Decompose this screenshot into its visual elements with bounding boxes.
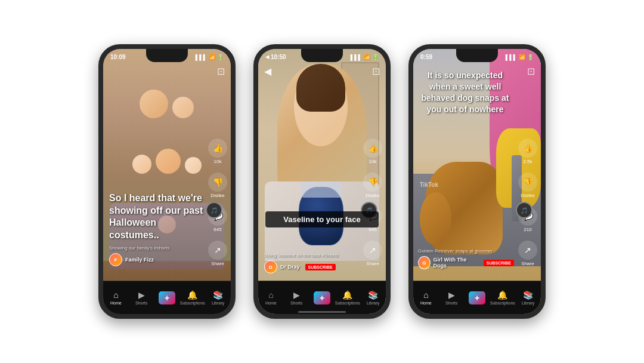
- phone-2-screen: ◀ 10:50 ▌▌▌ 📶 🔋 ◀ ⊡: [258, 49, 386, 314]
- nav3-home[interactable]: ⌂ Home: [413, 290, 439, 305]
- nav-shorts[interactable]: ▶ Shorts: [129, 290, 154, 305]
- library-label: Library: [212, 301, 224, 305]
- like-action-2[interactable]: 👍 10k: [363, 139, 382, 164]
- camera-icon-2[interactable]: ⊡: [372, 66, 380, 77]
- phone-3-channel-avatar: G: [418, 256, 431, 269]
- add-icon-3[interactable]: +: [469, 291, 485, 304]
- phone-3-side-actions: 👍 2.5k 👎 Dislike 💬 210 ↗: [518, 139, 537, 266]
- dislike-icon-2[interactable]: 👎: [363, 173, 382, 192]
- phone-2-bottom-nav: ⌂ Home ▶ Shorts + 🔔 Subscriptions: [258, 281, 386, 314]
- phone-3-time: 0:59: [420, 54, 432, 60]
- phone-3-screen: 0:59 ▌▌▌ 📶 🔋 ⊡ It is so unexpected when …: [413, 49, 541, 314]
- nav-library[interactable]: 📚 Library: [205, 290, 231, 305]
- nav3-library[interactable]: 📚 Library: [515, 290, 541, 305]
- nav2-library[interactable]: 📚 Library: [360, 290, 386, 305]
- dog-bottom-caption: Golden Retriever snaps at groomer G Girl…: [418, 248, 514, 269]
- subscriptions-icon-3: 🔔: [497, 290, 507, 300]
- phone-1-status-icons: ▌▌▌ 📶 🔋: [196, 54, 224, 60]
- add-icon[interactable]: +: [159, 291, 175, 304]
- camera-icon-3[interactable]: ⊡: [527, 66, 535, 77]
- dog-main-text: It is so unexpected when a sweet well be…: [419, 70, 511, 115]
- phone-2-wrapper: ◀ 10:50 ▌▌▌ 📶 🔋 ◀ ⊡: [253, 44, 391, 319]
- nav2-home[interactable]: ⌂ Home: [258, 290, 284, 305]
- phone-2-bg: ◀ 10:50 ▌▌▌ 📶 🔋 ◀ ⊡: [258, 49, 386, 314]
- subscribe-badge[interactable]: SUBSCRIBE: [305, 264, 336, 270]
- like-icon-2[interactable]: 👍: [363, 139, 382, 158]
- nav-home[interactable]: ⌂ Home: [103, 290, 129, 305]
- subscriptions-label-2: Subscriptions: [335, 301, 360, 305]
- comment-count-2: 645: [369, 227, 376, 232]
- home-label-2: Home: [265, 301, 277, 305]
- comment-count: 645: [213, 227, 221, 232]
- like-count-3: 2.5k: [523, 159, 532, 164]
- nav-subscriptions[interactable]: 🔔 Subscriptions: [179, 290, 205, 305]
- phone-1-channel-avatar: F: [109, 253, 122, 266]
- vaseline-caption-text: Vaseline to your face: [271, 215, 373, 224]
- share-icon[interactable]: ↗: [208, 241, 227, 260]
- like-action[interactable]: 👍 10k: [208, 139, 227, 164]
- like-icon-3[interactable]: 👍: [518, 139, 537, 158]
- phone-3: 0:59 ▌▌▌ 📶 🔋 ⊡ It is so unexpected when …: [408, 44, 546, 319]
- share-label-3: Share: [521, 261, 534, 266]
- share-action-2[interactable]: ↗ Share: [363, 241, 382, 266]
- nav2-subscriptions[interactable]: 🔔 Subscriptions: [335, 290, 360, 305]
- phone-1-overlay: So I heard that we're showing off our pa…: [109, 192, 204, 266]
- home-icon-2: ⌂: [268, 290, 273, 300]
- dislike-icon[interactable]: 👎: [208, 173, 227, 192]
- phone-2-side-actions: 👍 10k 👎 Dislike 💬 645 ↗: [363, 139, 382, 266]
- back-arrow-icon[interactable]: ◀: [264, 66, 271, 77]
- camera-icon[interactable]: ⊡: [217, 66, 225, 77]
- library-icon-2: 📚: [368, 290, 378, 300]
- subscriptions-icon: 🔔: [187, 290, 197, 300]
- phone-1-bottom-nav: ⌂ Home ▶ Shorts + 🔔 Subscriptions: [103, 281, 231, 314]
- phone-3-channel-name: Girl With The Dogs: [434, 257, 478, 269]
- nav3-subscriptions[interactable]: 🔔 Subscriptions: [490, 290, 515, 305]
- share-label: Share: [211, 261, 224, 266]
- home-icon-3: ⌂: [423, 290, 428, 300]
- nav3-add[interactable]: +: [465, 291, 490, 304]
- phone-1-screen: 10:09 ▌▌▌ 📶 🔋 ⊡ 👍 10k: [103, 49, 231, 314]
- dislike-icon-3[interactable]: 👎: [518, 173, 537, 192]
- subscribe-badge-3[interactable]: SUBSCRIBE: [484, 260, 514, 266]
- shorts-label-2: Shorts: [290, 301, 302, 305]
- phone-3-status-bar: 0:59 ▌▌▌ 📶 🔋: [420, 54, 534, 60]
- phone-3-bg: 0:59 ▌▌▌ 📶 🔋 ⊡ It is so unexpected when …: [413, 49, 541, 314]
- dislike-action-2[interactable]: 👎 Dislike: [363, 173, 382, 198]
- shorts-icon-2: ▶: [293, 290, 300, 300]
- dog-text-overlay: It is so unexpected when a sweet well be…: [419, 70, 511, 115]
- share-action[interactable]: ↗ Share: [208, 241, 227, 266]
- add-icon-2[interactable]: +: [314, 291, 330, 304]
- dislike-label-3: Dislike: [521, 193, 535, 198]
- phone-2: ◀ 10:50 ▌▌▌ 📶 🔋 ◀ ⊡: [253, 44, 391, 319]
- share-action-3[interactable]: ↗ Share: [518, 241, 537, 266]
- subscriptions-label-3: Subscriptions: [490, 301, 515, 305]
- shorts-label: Shorts: [135, 301, 147, 305]
- nav2-shorts[interactable]: ▶ Shorts: [284, 290, 309, 305]
- music-disc: 🎵: [206, 202, 222, 219]
- nav-add[interactable]: +: [154, 291, 180, 304]
- home-label-3: Home: [420, 301, 432, 305]
- like-icon[interactable]: 👍: [208, 139, 227, 158]
- like-action-3[interactable]: 👍 2.5k: [518, 139, 537, 164]
- phone-1-channel-name: Family Fizz: [125, 257, 154, 263]
- nav2-add[interactable]: +: [309, 291, 335, 304]
- home-label: Home: [110, 301, 122, 305]
- music-disc-3: 🎵: [516, 202, 532, 219]
- phone-3-status-icons: ▌▌▌ 📶 🔋: [506, 54, 534, 60]
- phone-1-bg: 10:09 ▌▌▌ 📶 🔋 ⊡ 👍 10k: [103, 49, 231, 314]
- shorts-label-3: Shorts: [445, 301, 457, 305]
- tiktok-watermark: TikTok: [420, 182, 438, 188]
- share-icon-3[interactable]: ↗: [518, 241, 537, 260]
- phone-2-channel-name: Dr Dray: [280, 264, 300, 270]
- phone-2-status-icons: ▌▌▌ 📶 🔋: [351, 54, 379, 60]
- dislike-action-3[interactable]: 👎 Dislike: [518, 173, 537, 198]
- vaseline-sub-text: Using Vaseline on the face #Shorts: [264, 253, 359, 258]
- nav3-shorts[interactable]: ▶ Shorts: [439, 290, 465, 305]
- phone-1: 10:09 ▌▌▌ 📶 🔋 ⊡ 👍 10k: [98, 44, 236, 319]
- dog-small-caption-text: Golden Retriever snaps at groomer: [418, 248, 514, 254]
- phone-2-time: 10:50: [271, 54, 286, 60]
- subscriptions-icon-2: 🔔: [342, 290, 352, 300]
- phone-1-sub-caption: Showing our family's #shorts: [109, 245, 204, 251]
- dislike-action[interactable]: 👎 Dislike: [208, 173, 227, 198]
- share-icon-2[interactable]: ↗: [363, 241, 382, 260]
